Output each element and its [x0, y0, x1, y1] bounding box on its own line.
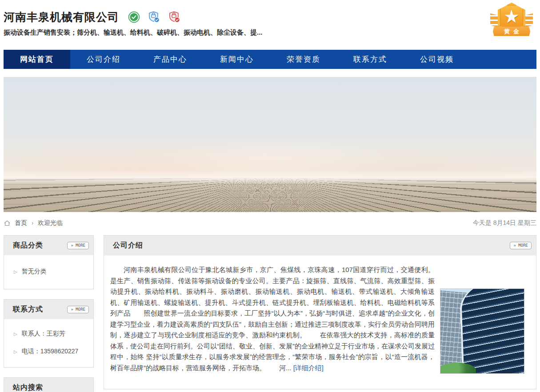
page: 河南丰泉机械有限公司 — [0, 0, 540, 392]
breadcrumb-home-link[interactable]: 首页 — [15, 219, 27, 227]
red-shield-icon[interactable] — [168, 11, 181, 24]
nav-item-contact[interactable]: 联系方式 — [337, 50, 404, 69]
category-more-button[interactable]: » MORE — [67, 242, 89, 249]
gold-medal-badge: ★ 黄金 — [489, 2, 534, 40]
breadcrumb: 首页 › 欢迎光临 今天是 8月14日 星期三 — [4, 218, 536, 228]
site-search-title: 站内搜索 — [13, 383, 43, 392]
nav-item-company-intro[interactable]: 公司介绍 — [70, 50, 137, 69]
badge-ribbon-label: 黄金 — [493, 27, 530, 36]
category-box-header: 商品分类 » MORE — [4, 236, 93, 255]
detail-intro-link[interactable]: [详细介绍] — [293, 364, 324, 372]
contact-list: ▷ 联系人：王彩芳 ▷ 电话：13598620227 — [4, 319, 93, 367]
company-intro-header: 公司介绍 » MORE — [104, 236, 536, 256]
home-icon[interactable] — [4, 220, 11, 227]
nav-item-honors[interactable]: 荣誉资质 — [270, 50, 337, 69]
breadcrumb-separator: › — [32, 220, 33, 226]
nav-item-products[interactable]: 产品中心 — [137, 50, 204, 69]
nav-item-videos[interactable]: 公司视频 — [404, 50, 470, 69]
contact-person: 联系人：王彩芳 — [22, 330, 65, 338]
contact-phone-row: ▷ 电话：13598620227 — [14, 348, 89, 356]
triangle-bullet-icon: ▷ — [14, 332, 17, 336]
photo-glass-tower — [459, 288, 524, 374]
company-intro-panel: 公司介绍 » MORE 河南丰泉机械有限公司位于豫北名城新乡市，京广、焦煤线，京… — [104, 235, 536, 389]
main-nav: 网站首页 公司介绍 产品中心 新闻中心 荣誉资质 联系方式 公司视频 — [4, 50, 536, 69]
hero-horizon-haze — [4, 169, 536, 184]
hero-banner-image — [4, 77, 536, 212]
triangle-bullet-icon: ▷ — [14, 269, 17, 274]
nav-item-home[interactable]: 网站首页 — [4, 50, 70, 69]
category-title: 商品分类 — [13, 241, 43, 250]
category-list: ▷ 暂无分类 — [4, 255, 93, 289]
company-intro-more-button[interactable]: » MORE — [510, 242, 532, 249]
green-check-icon[interactable] — [128, 11, 140, 23]
company-name: 河南丰泉机械有限公司 — [4, 10, 119, 24]
content-area: 商品分类 » MORE ▷ 暂无分类 联系方式 » MORE ▷ — [4, 235, 536, 392]
contact-box: 联系方式 » MORE ▷ 联系人：王彩芳 ▷ 电话：13598620227 — [4, 299, 94, 368]
site-header: 河南丰泉机械有限公司 — [4, 0, 536, 50]
site-search-header: 站内搜索 — [4, 378, 93, 392]
category-box: 商品分类 » MORE ▷ 暂无分类 — [4, 235, 94, 289]
company-intro-body: 河南丰泉机械有限公司位于豫北名城新乡市，京广、焦煤线，京珠高速，107国道穿行而… — [104, 256, 536, 389]
contact-phone: 电话：13598620227 — [22, 348, 79, 356]
breadcrumb-current: 欢迎光临 — [38, 219, 63, 227]
about-text: 河南丰泉机械有限公司位于豫北名城新乡市，京广、焦煤线，京珠高速，107国道穿行而… — [110, 266, 435, 372]
star-icon: ★ — [504, 8, 520, 25]
credential-badges — [128, 11, 181, 24]
category-list-item[interactable]: ▷ 暂无分类 — [14, 268, 89, 276]
company-building-photo — [440, 288, 524, 374]
company-tagline: 振动设备生产销售安装；筛分机、输送机、给料机、破碎机、振动电机、除尘设备、提..… — [4, 28, 536, 37]
company-intro-title: 公司介绍 — [113, 241, 143, 250]
nav-item-news[interactable]: 新闻中心 — [204, 50, 270, 69]
today-date: 今天是 8月14日 星期三 — [473, 219, 536, 227]
category-item-label: 暂无分类 — [22, 268, 47, 276]
blue-shield-icon[interactable] — [148, 11, 160, 24]
company-about-paragraph: 河南丰泉机械有限公司位于豫北名城新乡市，京广、焦煤线，京珠高速，107国道穿行而… — [110, 264, 435, 373]
contact-more-button[interactable]: » MORE — [67, 306, 89, 313]
contact-title: 联系方式 — [13, 305, 43, 314]
triangle-bullet-icon: ▷ — [14, 349, 17, 354]
sidebar: 商品分类 » MORE ▷ 暂无分类 联系方式 » MORE ▷ — [4, 235, 94, 392]
contact-box-header: 联系方式 » MORE — [4, 300, 93, 319]
contact-person-row: ▷ 联系人：王彩芳 — [14, 330, 89, 338]
site-search-box: 站内搜索 — [4, 377, 94, 392]
